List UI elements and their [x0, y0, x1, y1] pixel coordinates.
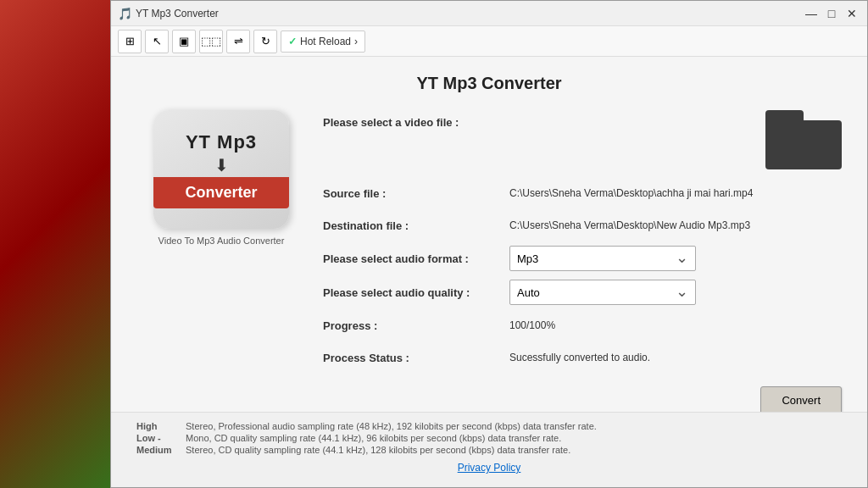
select-video-label: Please select a video file : [323, 116, 509, 129]
logo-box: YT Mp3 ⬇ Converter [153, 110, 289, 229]
logo-converter-bar: Converter [153, 177, 289, 208]
audio-quality-value: Auto [517, 286, 540, 299]
hot-reload-chevron: › [354, 36, 358, 47]
process-status-value: Sucessfully converted to audio. [509, 352, 842, 363]
form-area: YT Mp3 ⬇ Converter Video To Mp3 Audio Co… [136, 110, 842, 412]
maximize-button[interactable]: □ [823, 5, 840, 22]
note-desc-medium: Stereo, CD quality sampling rate (44.1 k… [186, 445, 570, 455]
app-title: YT Mp3 Converter [136, 74, 842, 93]
toolbar-btn-3[interactable]: ▣ [172, 30, 196, 53]
destination-file-row: Destination file : C:\Users\Sneha Verma\… [323, 214, 842, 237]
audio-quality-select[interactable]: Auto ⌄ [509, 280, 696, 305]
main-content: YT Mp3 Converter YT Mp3 ⬇ Converter Vide… [111, 57, 867, 412]
select-video-row: Please select a video file : [323, 110, 509, 134]
title-bar-left: 🎵 YT Mp3 Converter [118, 7, 219, 20]
privacy-policy-link[interactable]: Privacy Policy [458, 462, 521, 474]
note-quality-low: Low - [136, 433, 179, 443]
privacy-policy-container: Privacy Policy [136, 457, 842, 479]
window-controls: — □ ✕ [803, 5, 860, 22]
minimize-button[interactable]: — [803, 5, 820, 22]
logo-arrow-icon: ⬇ [214, 155, 229, 175]
note-quality-medium: Medium [136, 445, 179, 455]
audio-format-chevron-icon: ⌄ [676, 248, 688, 267]
window-title: YT Mp3 Converter [136, 8, 219, 19]
process-status-row: Process Status : Sucessfully converted t… [323, 346, 842, 369]
audio-quality-label: Please select audio quality : [323, 286, 509, 299]
source-file-label: Source file : [323, 187, 509, 200]
note-row-high: High Stereo, Professional audio sampling… [136, 421, 842, 431]
progress-row: Progress : 100/100% [323, 313, 842, 337]
progress-value: 100/100% [509, 319, 842, 331]
audio-format-label: Please select audio format : [323, 252, 509, 265]
title-bar: 🎵 YT Mp3 Converter — □ ✕ [111, 1, 867, 26]
toolbar: ⊞ ↖ ▣ ⬚⬚ ⇌ ↻ ✓ Hot Reload › [111, 26, 867, 57]
destination-file-value: C:\Users\Sneha Verma\Desktop\New Audio M… [509, 219, 842, 231]
destination-file-label: Destination file : [323, 219, 509, 232]
toolbar-btn-5[interactable]: ⇌ [226, 30, 250, 53]
hot-reload-label: Hot Reload [300, 36, 351, 47]
hot-reload-button[interactable]: ✓ Hot Reload › [281, 30, 365, 53]
hot-reload-check-icon: ✓ [288, 36, 297, 47]
note-desc-low: Mono, CD quality sampling rate (44.1 kHz… [186, 433, 561, 443]
note-row-medium: Medium Stereo, CD quality sampling rate … [136, 445, 842, 455]
toolbar-btn-6[interactable]: ↻ [253, 30, 277, 53]
source-file-value: C:\Users\Sneha Verma\Desktop\achha ji ma… [509, 187, 842, 199]
content-panel: YT Mp3 Converter YT Mp3 ⬇ Converter Vide… [111, 57, 867, 412]
process-status-label: Process Status : [323, 352, 509, 364]
note-quality-high: High [136, 421, 179, 431]
right-panel: Please select a video file : Source file… [323, 110, 842, 412]
convert-button[interactable]: Convert [760, 386, 842, 412]
left-panel: YT Mp3 ⬇ Converter Video To Mp3 Audio Co… [136, 110, 306, 412]
footer-notes: High Stereo, Professional audio sampling… [111, 412, 867, 487]
folder-body [765, 120, 842, 169]
app-icon: 🎵 [118, 7, 132, 20]
logo-yt-text: YT Mp3 [186, 131, 257, 153]
close-button[interactable]: ✕ [843, 5, 860, 22]
toolbar-btn-1[interactable]: ⊞ [118, 30, 142, 53]
main-window: 🎵 YT Mp3 Converter — □ ✕ ⊞ ↖ ▣ ⬚⬚ ⇌ ↻ ✓ … [110, 0, 868, 488]
logo-subtitle: Video To Mp3 Audio Converter [159, 236, 285, 246]
folder-icon[interactable] [765, 110, 842, 169]
note-row-low: Low - Mono, CD quality sampling rate (44… [136, 433, 842, 443]
audio-quality-chevron-icon: ⌄ [676, 282, 688, 301]
toolbar-btn-4[interactable]: ⬚⬚ [199, 30, 223, 53]
toolbar-btn-2[interactable]: ↖ [145, 30, 169, 53]
progress-label: Progress : [323, 319, 509, 332]
audio-format-select[interactable]: Mp3 ⌄ [509, 246, 696, 271]
audio-quality-row: Please select audio quality : Auto ⌄ [323, 280, 842, 305]
audio-format-row: Please select audio format : Mp3 ⌄ [323, 246, 842, 271]
note-desc-high: Stereo, Professional audio sampling rate… [186, 421, 597, 431]
audio-format-value: Mp3 [517, 252, 538, 265]
source-file-row: Source file : C:\Users\Sneha Verma\Deskt… [323, 181, 842, 205]
